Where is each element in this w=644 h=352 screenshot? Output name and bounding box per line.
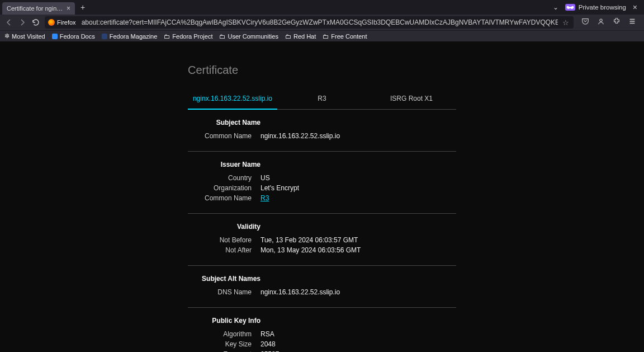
- tab-leaf-cert[interactable]: nginx.16.163.22.52.sslip.io: [188, 88, 277, 109]
- field-label: Organization: [188, 183, 261, 193]
- row-organization: OrganizationLet's Encrypt: [188, 183, 456, 193]
- section-validity: Validity Not BeforeTue, 13 Feb 2024 06:0…: [188, 214, 456, 266]
- reload-button[interactable]: [31, 18, 40, 27]
- forward-button: [18, 18, 27, 27]
- row-key-size: Key Size2048: [188, 339, 456, 349]
- bookmark-fedora-magazine[interactable]: Fedora Magazine: [102, 33, 158, 40]
- field-value: Tue, 13 Feb 2024 06:03:57 GMT: [261, 235, 456, 245]
- new-tab-button[interactable]: +: [78, 3, 87, 12]
- folder-icon: 🗀: [219, 33, 225, 40]
- field-value: R3: [261, 193, 456, 203]
- cert-chain-tabs: nginx.16.163.22.52.sslip.io R3 ISRG Root…: [188, 88, 456, 110]
- section-heading: Public Key Info: [188, 317, 261, 325]
- tab-title: Certificate for nginx.16.163.2…: [7, 5, 63, 12]
- field-label: Key Size: [188, 339, 261, 349]
- field-value: 2048: [261, 339, 456, 349]
- folder-icon: 🗀: [285, 33, 291, 40]
- row-common-name: Common NameR3: [188, 193, 456, 203]
- section-subject-name: Subject Name Common Name nginx.16.163.22…: [188, 110, 456, 152]
- section-heading: Validity: [188, 223, 261, 231]
- section-public-key-info: Public Key Info AlgorithmRSA Key Size204…: [188, 308, 456, 352]
- section-issuer-name: Issuer Name CountryUS OrganizationLet's …: [188, 152, 456, 214]
- section-heading: Subject Alt Names: [188, 275, 261, 283]
- field-value: Mon, 13 May 2024 06:03:56 GMT: [261, 245, 456, 255]
- bookmark-fedora-project[interactable]: 🗀Fedora Project: [164, 33, 212, 40]
- row-not-after: Not AfterMon, 13 May 2024 06:03:56 GMT: [188, 245, 456, 255]
- bookmark-free-content[interactable]: 🗀Free Content: [323, 33, 367, 40]
- svg-point-0: [600, 19, 602, 21]
- private-browsing-indicator: Private browsing: [565, 4, 626, 11]
- folder-icon: 🗀: [164, 33, 170, 40]
- row-algorithm: AlgorithmRSA: [188, 329, 456, 339]
- favicon: [102, 34, 107, 39]
- toolbar-buttons: [578, 17, 640, 27]
- folder-icon: 🗀: [323, 33, 329, 40]
- field-label: DNS Name: [188, 287, 261, 297]
- identity-label: Firefox: [57, 19, 76, 26]
- bookmark-red-hat[interactable]: 🗀Red Hat: [285, 33, 316, 40]
- back-button[interactable]: [4, 18, 13, 27]
- field-label: Country: [188, 173, 261, 183]
- extensions-icon[interactable]: [613, 17, 621, 27]
- browser-tab-active[interactable]: Certificate for nginx.16.163.2… ×: [2, 2, 75, 15]
- field-label: Not Before: [188, 235, 261, 245]
- field-label: Common Name: [188, 131, 261, 141]
- tab-intermediate-cert[interactable]: R3: [277, 88, 367, 109]
- favicon: [52, 34, 58, 39]
- section-subject-alt-names: Subject Alt Names DNS Namenginx.16.163.2…: [188, 266, 456, 308]
- field-label: Algorithm: [188, 329, 261, 339]
- bookmark-user-communities[interactable]: 🗀User Communities: [219, 33, 278, 40]
- all-tabs-chevron-icon[interactable]: ⌄: [553, 3, 558, 11]
- row-dns-name: DNS Namenginx.16.163.22.52.sslip.io: [188, 287, 456, 297]
- field-value: Let's Encrypt: [261, 183, 456, 193]
- issuer-link[interactable]: R3: [261, 194, 269, 202]
- bookmark-fedora-docs[interactable]: Fedora Docs: [52, 33, 95, 40]
- close-window-icon[interactable]: ×: [633, 3, 637, 12]
- nav-bar: Firefox about:certificate?cert=MIIFAjCCA…: [0, 15, 644, 30]
- bookmark-most-visited[interactable]: ✲Most Visited: [4, 32, 45, 40]
- bookmark-star-icon[interactable]: ☆: [558, 18, 574, 27]
- field-value: US: [261, 173, 456, 183]
- account-icon[interactable]: [597, 17, 605, 27]
- field-label: Common Name: [188, 193, 261, 203]
- field-label: Exponent: [188, 349, 261, 352]
- field-label: Not After: [188, 245, 261, 255]
- private-browsing-label: Private browsing: [579, 4, 626, 11]
- gear-icon: ✲: [4, 32, 10, 40]
- tab-strip: Certificate for nginx.16.163.2… × + ⌄ Pr…: [0, 0, 644, 15]
- url-bar[interactable]: Firefox about:certificate?cert=MIIFAjCCA…: [45, 16, 574, 29]
- row-not-before: Not BeforeTue, 13 Feb 2024 06:03:57 GMT: [188, 235, 456, 245]
- field-value: nginx.16.163.22.52.sslip.io: [261, 287, 456, 297]
- close-tab-icon[interactable]: ×: [67, 4, 70, 12]
- row-common-name: Common Name nginx.16.163.22.52.sslip.io: [188, 131, 456, 141]
- save-pocket-icon[interactable]: [581, 17, 589, 27]
- section-heading: Subject Name: [188, 119, 261, 126]
- field-value: nginx.16.163.22.52.sslip.io: [261, 131, 456, 141]
- field-value: RSA: [261, 329, 456, 339]
- content-area: Certificate nginx.16.163.22.52.sslip.io …: [0, 41, 644, 352]
- tab-root-cert[interactable]: ISRG Root X1: [367, 88, 456, 109]
- row-exponent: Exponent65537: [188, 349, 456, 352]
- app-menu-icon[interactable]: [628, 17, 636, 27]
- url-text: about:certificate?cert=MIIFAjCCA%2BqgAwI…: [79, 18, 558, 26]
- row-country: CountryUS: [188, 173, 456, 183]
- private-mask-icon: [565, 4, 575, 11]
- field-value: 65537: [261, 349, 456, 352]
- firefox-icon: [48, 19, 55, 26]
- site-identity[interactable]: Firefox: [45, 19, 79, 26]
- section-heading: Issuer Name: [188, 161, 261, 168]
- page-title: Certificate: [188, 64, 456, 77]
- bookmarks-toolbar: ✲Most Visited Fedora Docs Fedora Magazin…: [0, 30, 644, 41]
